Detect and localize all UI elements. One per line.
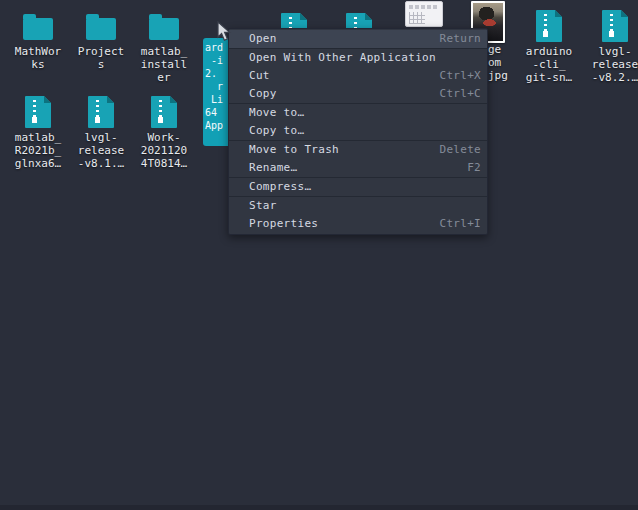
menu-item-move-to-trash[interactable]: Move to Trash Delete — [229, 141, 487, 159]
zip-archive-icon — [602, 10, 628, 42]
icon-label: MathWor ks — [15, 45, 61, 71]
zip-archive-icon — [88, 96, 114, 128]
menu-item-compress[interactable]: Compress… — [229, 178, 487, 196]
menu-item-cut[interactable]: Cut Ctrl+X — [229, 67, 487, 85]
menu-item-label: Star — [249, 197, 277, 215]
menu-item-label: Properties — [249, 215, 318, 233]
menu-item-star[interactable]: Star — [229, 197, 487, 215]
desktop-icon-document-preview document-icon[interactable] — [405, 1, 443, 27]
zip-archive-icon — [151, 96, 177, 128]
desktop-icon-projects[interactable]: Project s — [70, 8, 132, 71]
menu-item-shortcut: Ctrl+C — [439, 85, 481, 103]
menu-item-copy-to[interactable]: Copy to… — [229, 122, 487, 140]
menu-item-shortcut: Ctrl+I — [439, 215, 481, 233]
menu-item-move-to[interactable]: Move to… — [229, 104, 487, 122]
menu-item-label: Rename… — [249, 159, 297, 177]
icon-label: Work- 2021120 4T0814… — [141, 131, 187, 170]
icon-label: matlab_ R2021b_ glnxa6… — [15, 131, 61, 170]
menu-item-shortcut: F2 — [467, 159, 481, 177]
mouse-cursor-icon — [217, 21, 232, 42]
menu-item-label: Cut — [249, 67, 270, 85]
desktop-icon-arduino-cli[interactable]: arduino -cli_ git-sn… — [518, 8, 580, 84]
menu-item-label: Compress… — [249, 178, 311, 196]
desktop-icon-mathworks[interactable]: MathWor ks — [7, 8, 69, 71]
menu-item-label: Open — [249, 30, 277, 48]
menu-item-rename[interactable]: Rename… F2 — [229, 159, 487, 177]
icon-label: arduino -cli_ git-sn… — [526, 45, 572, 84]
menu-item-label: Copy — [249, 85, 277, 103]
menu-item-shortcut: Delete — [439, 141, 481, 159]
photo-label-fragment: ge om jpg — [488, 43, 508, 82]
icon-label: lvgl- release -v8.1.… — [78, 131, 124, 170]
menu-item-label: Open With Other Application — [249, 49, 436, 67]
menu-item-copy[interactable]: Copy Ctrl+C — [229, 85, 487, 103]
menu-item-open-with-other-application[interactable]: Open With Other Application — [229, 49, 487, 67]
zip-archive-icon — [536, 10, 562, 42]
menu-item-shortcut: Return — [439, 30, 481, 48]
folder-icon — [23, 18, 53, 40]
context-menu: Open Return Open With Other Application … — [228, 28, 488, 235]
menu-item-label: Move to… — [249, 104, 304, 122]
zip-archive-icon — [25, 96, 51, 128]
desktop-icon-lvgl-v8-1[interactable]: lvgl- release -v8.1.… — [70, 92, 132, 170]
desktop: MathWor ks Project s matlab_ install er … — [0, 0, 638, 510]
folder-icon — [149, 18, 179, 40]
icon-label: matlab_ install er — [141, 45, 187, 84]
menu-item-shortcut: Ctrl+X — [439, 67, 481, 85]
desktop-icon-work-zip[interactable]: Work- 2021120 4T0814… — [133, 92, 195, 170]
menu-item-properties[interactable]: Properties Ctrl+I — [229, 215, 487, 233]
menu-item-open[interactable]: Open Return — [229, 30, 487, 48]
menu-item-label: Move to Trash — [249, 141, 339, 159]
desktop-icon-matlab-installer[interactable]: matlab_ install er — [133, 8, 195, 84]
icon-label: Project s — [78, 45, 124, 71]
menu-item-label: Copy to… — [249, 122, 304, 140]
desktop-icon-lvgl-v8-2[interactable]: lvgl- release -v8.2.… — [584, 8, 638, 84]
icon-label: lvgl- release -v8.2.… — [592, 45, 638, 84]
desktop-icon-matlab-r2021b[interactable]: matlab_ R2021b_ glnxa6… — [7, 92, 69, 170]
folder-icon — [86, 18, 116, 40]
